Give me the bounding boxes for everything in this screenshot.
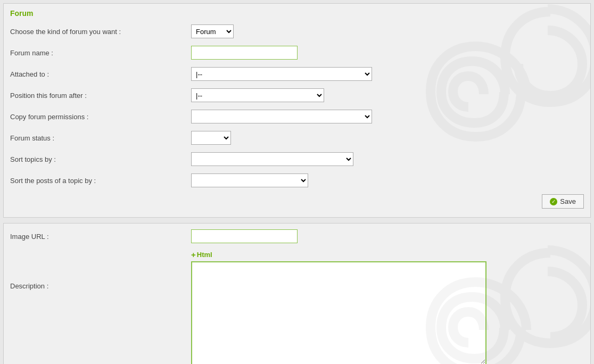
image-url-label: Image URL : <box>10 233 191 241</box>
description-section: Image URL : Description : + Html ✓ Save <box>3 223 591 364</box>
sort-posts-row: Sort the posts of a topic by : <box>10 173 584 188</box>
forum-type-row: Choose the kind of forum you want : Foru… <box>10 24 584 39</box>
forum-name-label: Forum name : <box>10 49 191 57</box>
html-label-row: + Html <box>191 250 486 259</box>
sort-topics-control <box>191 152 353 166</box>
section1-save-label: Save <box>560 197 576 205</box>
description-textarea[interactable] <box>191 261 486 364</box>
forum-name-row: Forum name : <box>10 45 584 60</box>
attached-to-select[interactable]: |-- <box>191 67 372 81</box>
forum-type-control: Forum <box>191 24 234 38</box>
attached-to-control: |-- <box>191 67 372 81</box>
position-row: Position this forum after : |-- <box>10 88 584 103</box>
attached-to-label: Attached to : <box>10 70 191 78</box>
sort-topics-select[interactable] <box>191 152 353 166</box>
image-url-row: Image URL : <box>10 229 584 244</box>
forum-status-control <box>191 131 231 145</box>
forum-status-label: Forum status : <box>10 134 191 142</box>
html-plus-icon: + <box>191 250 196 259</box>
sort-topics-row: Sort topics by : <box>10 152 584 167</box>
description-label: Description : <box>10 250 191 290</box>
position-select[interactable]: |-- <box>191 88 324 102</box>
position-label: Position this forum after : <box>10 92 191 100</box>
section1-title: Forum <box>10 9 584 18</box>
forum-section: Forum Choose the kind of forum you want … <box>3 3 591 218</box>
forum-name-control <box>191 46 298 60</box>
sort-posts-select[interactable] <box>191 173 308 187</box>
forum-type-label: Choose the kind of forum you want : <box>10 28 191 36</box>
copy-permissions-control <box>191 110 372 123</box>
forum-status-row: Forum status : <box>10 130 584 145</box>
sort-topics-label: Sort topics by : <box>10 155 191 163</box>
image-url-control <box>191 229 298 243</box>
save-check-icon: ✓ <box>550 198 557 205</box>
sort-posts-control <box>191 173 308 187</box>
sort-posts-label: Sort the posts of a topic by : <box>10 177 191 185</box>
image-url-input[interactable] <box>191 229 298 243</box>
section1-save-wrap: ✓ Save <box>10 194 584 209</box>
description-control: + Html <box>191 250 486 364</box>
position-control: |-- <box>191 88 324 102</box>
forum-type-select[interactable]: Forum <box>191 24 234 38</box>
copy-permissions-label: Copy forum permissions : <box>10 113 191 121</box>
html-label-text: Html <box>197 251 212 259</box>
forum-status-select[interactable] <box>191 131 231 145</box>
description-row: Description : + Html <box>10 250 584 364</box>
copy-permissions-row: Copy forum permissions : <box>10 109 584 124</box>
attached-to-row: Attached to : |-- <box>10 67 584 81</box>
forum-name-input[interactable] <box>191 46 298 60</box>
copy-permissions-select[interactable] <box>191 110 372 123</box>
section1-save-button[interactable]: ✓ Save <box>542 194 584 209</box>
